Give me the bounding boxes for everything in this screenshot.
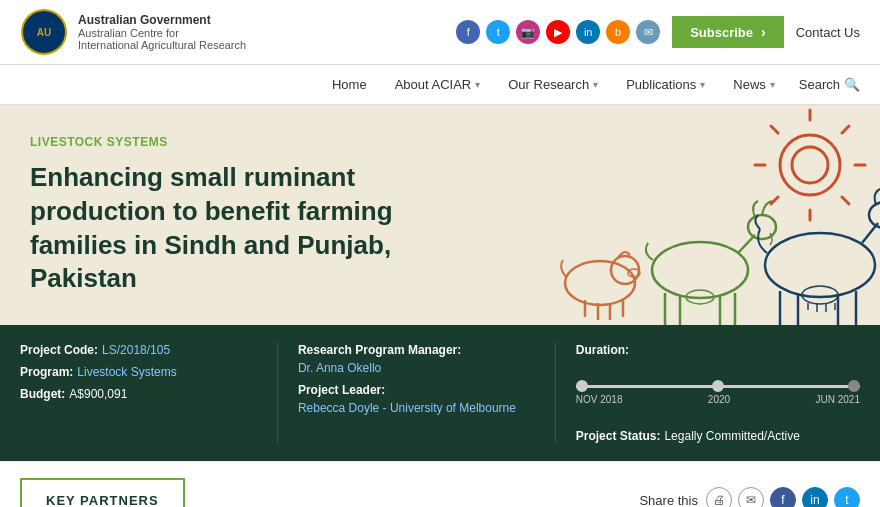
timeline-track	[576, 385, 860, 388]
nav-news[interactable]: News ▾	[729, 69, 779, 100]
budget-value: A$900,091	[69, 387, 127, 401]
hero-title: Enhancing small ruminant production to b…	[30, 161, 430, 296]
nav-publications[interactable]: Publications ▾	[622, 69, 709, 100]
key-partners-label: KEY PARTNERS	[46, 493, 159, 507]
project-info-bar: Project Code: LS/2018/105 Program: Lives…	[0, 325, 880, 461]
timeline-start-label: NOV 2018	[576, 394, 623, 405]
project-col-2: Research Program Manager: Dr. Anna Okell…	[277, 343, 535, 443]
about-caret-icon: ▾	[475, 79, 480, 90]
print-share-icon[interactable]: 🖨	[706, 487, 732, 507]
logo-area: AU Australian Government Australian Cent…	[20, 8, 246, 56]
nav-search[interactable]: Search 🔍	[799, 77, 860, 92]
svg-text:AU: AU	[37, 27, 51, 38]
timeline-labels: NOV 2018 2020 JUN 2021	[576, 394, 860, 405]
gov-name: Australian Government	[78, 13, 246, 27]
svg-point-13	[611, 256, 639, 284]
svg-line-10	[842, 126, 849, 133]
gov-crest-icon: AU	[20, 8, 68, 56]
header-top: AU Australian Government Australian Cent…	[0, 0, 880, 65]
subscribe-label: Subscribe	[690, 25, 753, 40]
org-name1: Australian Centre for	[78, 27, 246, 39]
svg-point-27	[765, 233, 875, 297]
timeline-end-label: JUN 2021	[816, 394, 860, 405]
rpm-value: Dr. Anna Okello	[298, 361, 381, 375]
timeline-mid-label: 2020	[708, 394, 730, 405]
duration-label: Duration:	[576, 343, 860, 357]
publications-caret-icon: ▾	[700, 79, 705, 90]
social-icons: f t 📷 ▶ in b ✉	[456, 20, 660, 44]
svg-line-20	[738, 235, 755, 253]
research-caret-icon: ▾	[593, 79, 598, 90]
rpm-field: Research Program Manager: Dr. Anna Okell…	[298, 343, 535, 375]
project-code-value: LS/2018/105	[102, 343, 170, 357]
email-social-icon[interactable]: ✉	[636, 20, 660, 44]
svg-point-3	[792, 147, 828, 183]
publications-label: Publications	[626, 77, 696, 92]
org-name2: International Agricultural Research	[78, 39, 246, 51]
youtube-social-icon[interactable]: ▶	[546, 20, 570, 44]
nav-bar: Home About ACIAR ▾ Our Research ▾ Public…	[0, 65, 880, 105]
timeline-dot-start	[576, 380, 588, 392]
facebook-share-icon[interactable]: f	[770, 487, 796, 507]
contact-link[interactable]: Contact Us	[796, 25, 860, 40]
duration-timeline: NOV 2018 2020 JUN 2021	[576, 385, 860, 405]
hero-section: LIVESTOCK SYSTEMS Enhancing small rumina…	[0, 105, 880, 325]
timeline-dots	[576, 380, 860, 392]
linkedin-social-icon[interactable]: in	[576, 20, 600, 44]
program-label: Program:	[20, 365, 73, 379]
hero-illustration	[380, 105, 880, 325]
project-code-label: Project Code:	[20, 343, 98, 357]
leader-value: Rebecca Doyle - University of Melbourne	[298, 401, 516, 415]
nav-home[interactable]: Home	[328, 69, 371, 100]
nav-about[interactable]: About ACIAR ▾	[391, 69, 485, 100]
svg-line-8	[771, 126, 778, 133]
svg-line-11	[771, 197, 778, 204]
status-label: Project Status:	[576, 429, 661, 443]
project-code-field: Project Code: LS/2018/105	[20, 343, 257, 357]
status-value: Legally Committed/Active	[664, 429, 799, 443]
svg-point-2	[780, 135, 840, 195]
svg-line-9	[842, 197, 849, 204]
subscribe-button[interactable]: Subscribe ›	[672, 16, 784, 48]
share-icons: 🖨 ✉ f in t	[706, 487, 860, 507]
search-label: Search	[799, 77, 840, 92]
leader-label: Project Leader:	[298, 383, 385, 397]
twitter-social-icon[interactable]: t	[486, 20, 510, 44]
twitter-share-icon[interactable]: t	[834, 487, 860, 507]
budget-field: Budget: A$900,091	[20, 387, 257, 401]
status-field: Project Status: Legally Committed/Active	[576, 429, 860, 443]
rpm-label: Research Program Manager:	[298, 343, 461, 357]
share-label: Share this	[639, 493, 698, 508]
facebook-social-icon[interactable]: f	[456, 20, 480, 44]
subscribe-arrow-icon: ›	[761, 24, 766, 40]
leader-field: Project Leader: Rebecca Doyle - Universi…	[298, 383, 535, 415]
budget-label: Budget:	[20, 387, 65, 401]
news-label: News	[733, 77, 766, 92]
project-col-3: Duration: NOV 2018 2020 JUN 2021 Project…	[555, 343, 860, 443]
logo-text: Australian Government Australian Centre …	[78, 13, 246, 51]
blogger-social-icon[interactable]: b	[606, 20, 630, 44]
instagram-social-icon[interactable]: 📷	[516, 20, 540, 44]
email-share-icon[interactable]: ✉	[738, 487, 764, 507]
share-section: Share this 🖨 ✉ f in t	[639, 487, 860, 507]
timeline-dot-end	[848, 380, 860, 392]
program-value: Livestock Systems	[77, 365, 176, 379]
program-field: Program: Livestock Systems	[20, 365, 257, 379]
news-caret-icon: ▾	[770, 79, 775, 90]
nav-research[interactable]: Our Research ▾	[504, 69, 602, 100]
timeline-dot-mid	[712, 380, 724, 392]
key-partners-box: KEY PARTNERS	[20, 478, 185, 507]
lower-section: KEY PARTNERS Share this 🖨 ✉ f in t	[0, 461, 880, 507]
search-icon[interactable]: 🔍	[844, 77, 860, 92]
linkedin-share-icon[interactable]: in	[802, 487, 828, 507]
project-col-1: Project Code: LS/2018/105 Program: Lives…	[20, 343, 257, 443]
header-right: f t 📷 ▶ in b ✉ Subscribe › Contact Us	[456, 16, 860, 48]
